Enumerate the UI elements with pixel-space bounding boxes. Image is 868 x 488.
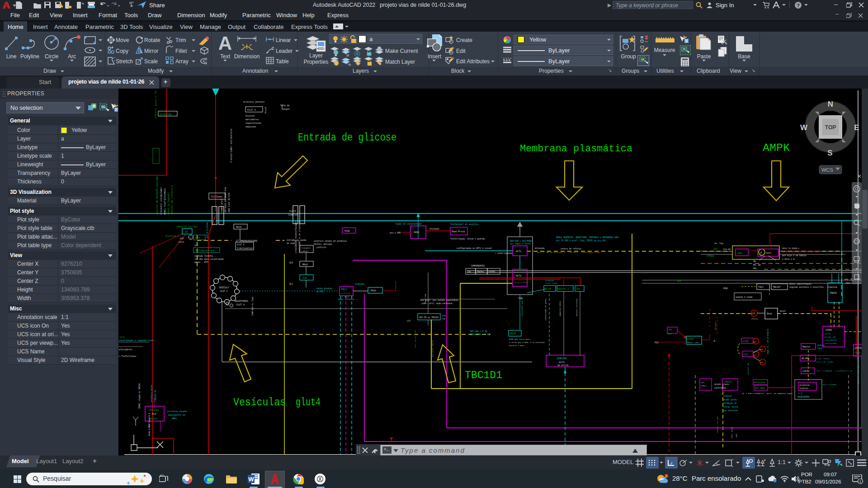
svg-text:(vive na ligação): (vive na ligação) <box>167 192 170 215</box>
svg-text:ASI-IO ou TBC1D1: ASI-IO ou TBC1D1 <box>419 316 439 319</box>
svg-text:TSC1: TSC1 <box>758 286 764 288</box>
svg-text:transportador extracelular: transportador extracelular <box>230 128 232 163</box>
svg-text:adenilil ciclase: adenilil ciclase <box>176 225 198 228</box>
svg-text:eLF2B: eLF2B <box>742 340 749 343</box>
svg-text:FTB: FTB <box>442 315 446 317</box>
svg-text:LKB1: LKB1 <box>737 252 742 255</box>
svg-text:sinalização e segundo nivel: sinalização e segundo nivel <box>119 339 155 342</box>
svg-text:AMPK: AMPK <box>766 252 772 255</box>
svg-text:GAP: GAP <box>407 320 410 322</box>
svg-text:…mais…: …mais… <box>844 282 852 284</box>
svg-text:AR fibr…β…c… ATI km …ATIV…: AR fibr…β…c… ATI km …ATIV… AMPc <box>782 251 820 253</box>
svg-text:(receptor estimulador: (receptor estimulador <box>160 187 162 215</box>
svg-text:TBC1D1: TBC1D1 <box>465 369 502 381</box>
svg-text:REDESSOMO: REDESSOMO <box>797 396 809 398</box>
svg-text:(DAG) longas ou SACAo: (DAG) longas ou SACAo <box>138 383 141 409</box>
svg-text:sinalização: sinalização <box>825 343 837 344</box>
svg-text:Tampogl…: Tampogl… <box>724 381 733 383</box>
svg-text:TBC1D7: TBC1D7 <box>773 286 781 288</box>
svg-text:mexe-lo muda…o: mexe-lo muda…o <box>782 247 799 249</box>
svg-text:ATP: ATP <box>677 280 681 282</box>
svg-text:W: W <box>800 123 808 132</box>
svg-text:processo passivo: processo passivo <box>243 101 264 103</box>
svg-text:sensor …: sensor … <box>825 333 834 335</box>
svg-text:REST-MAPK + A AS: REST-MAPK + A AS <box>470 333 490 336</box>
svg-text:AkT2: AkT2 <box>516 275 521 277</box>
svg-text:inibido levanta...: inibido levanta... <box>194 255 217 257</box>
svg-text:proteína G: proteína G <box>165 235 179 237</box>
svg-text:GLUT 4: GLUT 4 <box>236 304 245 306</box>
svg-text:ligação de: ligação de <box>154 390 156 402</box>
svg-text:coméa gluT 4: coméa gluT 4 <box>221 197 223 212</box>
svg-text:atém o PKA levará à: atém o PKA levará à <box>148 413 151 436</box>
svg-text:metionina: metionina <box>754 381 765 384</box>
svg-text:GluT4: GluT4 <box>289 210 296 212</box>
svg-text:Entrada de glicose: Entrada de glicose <box>298 132 396 144</box>
svg-text:prot…: prot… <box>668 333 673 335</box>
svg-text:medo que entra mais: medo que entra mais <box>509 338 530 340</box>
svg-text:…ATP…: …ATP… <box>736 432 737 438</box>
svg-text:mTOR1: mTOR1 <box>826 329 832 331</box>
svg-text:fator trans: fator trans <box>545 282 558 284</box>
svg-text:mais TBC1D4 irmã: mais TBC1D4 irmã <box>415 330 416 348</box>
svg-text:eIF4E: eIF4E <box>802 370 809 372</box>
svg-text:PDE3B: PDE3B <box>510 333 516 335</box>
svg-text:sem tipo direto: sem tipo direto <box>228 192 230 212</box>
svg-text:AMPc: AMPc <box>172 418 177 420</box>
svg-text:PKR3: PKR3 <box>414 231 419 234</box>
svg-text:fosfodiesterase: fosfodiesterase <box>195 249 215 252</box>
svg-text:SE…: SE… <box>753 260 757 263</box>
svg-text:sintetase: sintetase <box>714 387 726 389</box>
svg-text:Adat/Prsub: Adat/Prsub <box>452 230 465 233</box>
svg-text:/2/3: /2/3 <box>119 336 124 338</box>
svg-text:BKa2: BKa2 <box>302 263 308 266</box>
svg-text:glicose…: glicose… <box>715 321 717 330</box>
svg-text:translocation: translocation <box>237 247 253 249</box>
svg-text:até o PKR: até o PKR <box>390 232 401 234</box>
svg-text:1: 1 <box>859 479 862 483</box>
svg-text:ação intensa ……: ação intensa …… <box>338 298 358 300</box>
svg-text:de sódio: de sódio <box>287 242 297 244</box>
svg-text:controle canais de potássio: controle canais de potássio <box>314 240 347 242</box>
svg-text:4E-BP1: 4E-BP1 <box>802 357 810 360</box>
svg-text:COMPONENTES: COMPONENTES <box>471 265 485 267</box>
svg-text:menos identifiquei: menos identifiquei <box>789 283 811 285</box>
svg-text:formação: formação <box>545 280 554 282</box>
svg-text:inibição: inibição <box>355 283 365 285</box>
svg-text:□ fosforilase: □ fosforilase <box>119 355 136 357</box>
svg-text:N: N <box>828 100 833 108</box>
svg-text:glicogênio: glicogênio <box>119 348 132 351</box>
svg-text:ativação: ativação <box>429 228 439 230</box>
svg-text:e verão que é bom, é só provaç: e verão que é bom, é só provação <box>509 342 545 343</box>
svg-text:ciclo: ciclo <box>178 241 184 243</box>
svg-text:APL…: APL… <box>753 267 758 270</box>
svg-text:AMP: AMP <box>194 244 198 247</box>
svg-text:hálito, abreção: hálito, abreção <box>314 243 332 245</box>
svg-text:ca… lig…: ca… lig… <box>714 242 724 244</box>
svg-text:E: E <box>854 123 859 132</box>
svg-text:apoptose menor: apoptose menor <box>559 300 561 316</box>
svg-text:ativação: ativação <box>149 409 159 411</box>
svg-text:baixa atuação: baixa atuação <box>316 287 332 290</box>
svg-text:através da membrana: através da membrana <box>224 187 226 212</box>
svg-text:OSβ48: OSβ48 <box>830 292 837 294</box>
svg-text:RAC-UNC + A GE: RAC-UNC + A GE <box>470 330 487 333</box>
svg-text:liberado ou laço: liberado ou laço <box>251 296 254 316</box>
svg-text:PKB: PKB <box>723 287 727 290</box>
svg-text:Cas: Cas <box>467 271 471 273</box>
svg-text:…como …prol… ação cardíaca…: …como …prol… ação cardíaca… <box>420 302 453 305</box>
svg-text:por diversos: por diversos <box>723 409 738 412</box>
svg-text:NF-kB: NF-kB <box>545 288 551 290</box>
svg-text:AMPc: AMPc <box>195 237 200 239</box>
svg-text:até o plasma…: até o plasma… <box>823 384 837 385</box>
svg-text:receptor de proteína G: receptor de proteína G <box>171 185 173 215</box>
svg-text:ⓘ: ⓘ <box>189 237 192 239</box>
svg-text:WCS: WCS <box>821 167 833 173</box>
svg-text:GDP: GDP <box>753 341 757 343</box>
svg-text:até a cé… ajuda: até a cé… ajuda <box>816 361 833 363</box>
svg-text:múdo, hiperglicemia): múdo, hiperglicemia) <box>164 188 166 215</box>
svg-text:marcadores: marcadores <box>245 118 259 121</box>
svg-text:?: ? <box>797 3 800 8</box>
svg-text:W: W <box>248 476 254 483</box>
svg-text:porção …do: porção …do <box>825 336 836 338</box>
